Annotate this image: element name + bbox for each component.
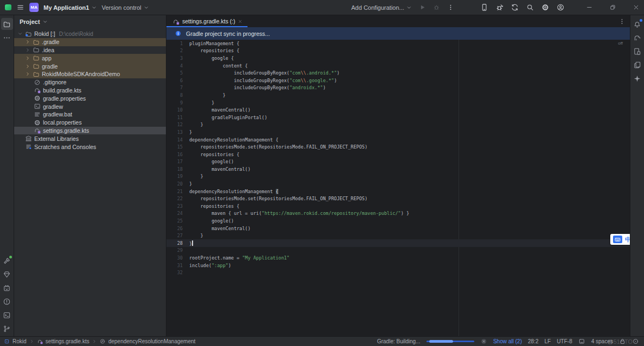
line-separator[interactable]: LF [544, 338, 551, 344]
code-line[interactable]: 32 [166, 269, 630, 276]
notifications-button[interactable] [631, 18, 643, 30]
ime-keyboard-icon[interactable] [613, 236, 622, 243]
code-line[interactable]: 3 google { [166, 54, 630, 62]
device-manager-icon[interactable] [480, 3, 488, 11]
code-line[interactable]: 5 includeGroupByRegex("com\\.android.*") [166, 69, 630, 77]
code-line[interactable]: 19 } [166, 173, 630, 181]
tree-item-rokid-[interactable]: Rokid [:]D:\code\Rokid [14, 30, 166, 38]
code-line[interactable]: 11 gradlePluginPortal() [166, 114, 630, 121]
code-line[interactable]: 29 [166, 247, 630, 255]
code-line[interactable]: 12 } [166, 121, 630, 129]
assistant-button[interactable] [631, 72, 643, 84]
cancel-sync-icon[interactable] [480, 338, 487, 345]
code-line[interactable]: 27 } [166, 232, 630, 239]
main-menu-icon[interactable] [16, 3, 24, 11]
code-line[interactable]: 21dependencyResolutionManagement { [166, 188, 630, 195]
tab-settings-gradle-kts[interactable]: settings.gradle.kts (:) [166, 15, 247, 27]
tree-item-gradle[interactable]: gradle [14, 62, 166, 70]
tree-item-.idea[interactable]: .idea [14, 46, 166, 54]
build-tool-button[interactable] [1, 255, 13, 267]
code-line[interactable]: 6 includeGroupByRegex("com\\.google.*") [166, 77, 630, 84]
code-line[interactable]: 20} [166, 180, 630, 188]
code-line[interactable]: 2 repositories { [166, 47, 630, 55]
code-line[interactable]: 25 google() [166, 217, 630, 225]
gradle-sync-icon[interactable] [511, 3, 519, 11]
indent-setting[interactable]: 4 spaces [591, 338, 613, 344]
tree-item-.gradle[interactable]: .gradle [14, 38, 166, 46]
minimize-button[interactable] [581, 0, 597, 15]
code-line[interactable]: 1pluginManagement { [166, 40, 630, 47]
file-encoding[interactable]: UTF-8 [557, 338, 572, 344]
code-line[interactable]: 14dependencyResolutionManagement { [166, 136, 630, 144]
code-line[interactable]: 24 maven { url = uri("https://maven.roki… [166, 210, 630, 218]
more-actions-icon[interactable] [447, 4, 454, 11]
vcs-widget[interactable]: Version control [102, 4, 149, 11]
code-line[interactable]: 8 } [166, 91, 630, 99]
code-line[interactable]: 13} [166, 128, 630, 136]
caret-position[interactable]: 28:2 [528, 338, 538, 344]
code-line[interactable]: 30rootProject.name = "My Application1" [166, 254, 630, 262]
breadcrumb-file[interactable]: settings.gradle.kts [46, 338, 90, 344]
project-panel-header[interactable]: Project [14, 15, 166, 28]
tree-item-build.gradle.kts[interactable]: build.gradle.kts [14, 86, 166, 95]
chevron-right-icon[interactable] [25, 71, 30, 77]
problems-button[interactable] [1, 295, 13, 307]
chevron-right-icon[interactable] [25, 47, 30, 53]
chevron-right-icon[interactable] [25, 64, 30, 69]
breadcrumb-symbol[interactable]: dependencyResolutionManagement [108, 338, 195, 344]
show-all-link[interactable]: Show all (2) [493, 338, 522, 344]
code-line[interactable]: 4 content { [166, 62, 630, 70]
code-line[interactable]: 18 mavenCentral() [166, 165, 630, 173]
code-line[interactable]: 22 repositoriesMode.set(RepositoriesMode… [166, 195, 630, 202]
code-line[interactable]: 7 includeGroupByRegex("androidx.*") [166, 84, 630, 92]
tree-item-external-libraries[interactable]: External Libraries [14, 134, 166, 143]
device-manager-tool-button[interactable] [631, 45, 643, 57]
settings-icon[interactable] [541, 3, 549, 11]
code-line[interactable]: 10 mavenCentral() [166, 106, 630, 114]
code-line[interactable]: 31include(":app") [166, 262, 630, 269]
ime-toolbar[interactable]: 中 [610, 234, 630, 245]
reader-mode-icon[interactable] [578, 338, 585, 345]
run-configuration-selector[interactable]: Add Configuration... [351, 4, 412, 11]
code-line[interactable]: 23 repositories { [166, 202, 630, 210]
breadcrumb-module[interactable]: Rokid [13, 338, 27, 344]
logcat-button[interactable] [1, 282, 13, 294]
code-line[interactable]: 15 repositoriesMode.set(RepositoriesMode… [166, 143, 630, 151]
chevron-down-icon[interactable] [17, 31, 23, 36]
inspections-icon[interactable] [632, 338, 639, 345]
tree-item-gradlew[interactable]: gradlew [14, 102, 166, 110]
more-tool-windows-button[interactable] [1, 32, 13, 44]
chevron-right-icon[interactable] [25, 55, 30, 61]
code-line[interactable]: 17 google() [166, 158, 630, 166]
gradle-tool-button[interactable] [631, 32, 643, 44]
project-widget[interactable]: My Application1 [44, 4, 97, 11]
code-area[interactable]: off 1pluginManagement {2 repositories {3… [166, 40, 630, 336]
tree-item-settings.gradle.kts[interactable]: settings.gradle.kts [14, 127, 166, 135]
close-button[interactable] [628, 0, 644, 15]
tree-item-app[interactable]: app [14, 54, 166, 62]
app-quality-insights-button[interactable] [1, 268, 13, 280]
tree-item-scratches-and-consoles[interactable]: Scratches and Consoles [14, 143, 166, 151]
version-control-button[interactable] [1, 323, 13, 335]
terminal-button[interactable] [1, 309, 13, 321]
running-devices-button[interactable] [631, 59, 643, 71]
tree-item-.gitignore[interactable]: .gitignore [14, 78, 166, 86]
tab-options-icon[interactable] [618, 18, 630, 25]
tab-close-icon[interactable] [238, 19, 243, 24]
tree-item-rokidmobilesdkandroiddemo[interactable]: RokidMobileSDKAndroidDemo [14, 70, 166, 78]
account-icon[interactable] [556, 3, 565, 11]
tree-item-gradlew.bat[interactable]: gradlew.bat [14, 110, 166, 119]
restore-button[interactable] [604, 0, 621, 15]
code-line[interactable]: 26 mavenCentral() [166, 225, 630, 232]
chevron-right-icon[interactable] [25, 39, 30, 45]
search-everywhere-icon[interactable] [526, 3, 534, 11]
debug-button-icon[interactable] [433, 4, 440, 11]
code-line[interactable]: 28} [166, 239, 630, 247]
profiler-icon[interactable] [496, 3, 504, 11]
ime-language-toggle[interactable]: 中 [625, 237, 630, 243]
lock-icon[interactable] [619, 338, 626, 345]
project-tool-button[interactable] [1, 18, 13, 30]
tree-item-gradle.properties[interactable]: gradle.properties [14, 94, 166, 102]
code-line[interactable]: 9 } [166, 99, 630, 107]
tree-item-local.properties[interactable]: local.properties [14, 119, 166, 127]
